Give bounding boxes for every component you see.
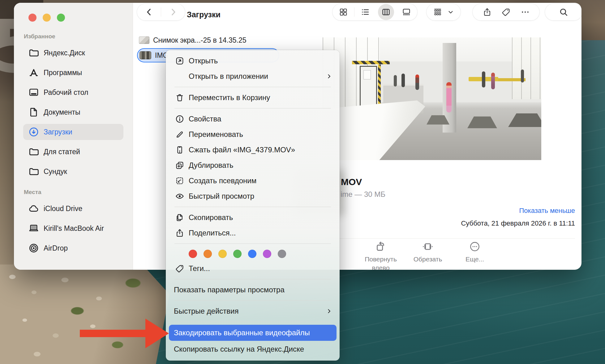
page-title: Загрузки (187, 10, 221, 19)
sidebar: ИзбранноеЯндекс.ДискПрограммыРабочий сто… (14, 3, 133, 270)
preview-file-date: Суббота, 21 февраля 2026 г. в 11:11 (461, 219, 575, 227)
window-controls (28, 14, 65, 22)
forward-button[interactable] (169, 7, 178, 17)
sidebar-item-1-2[interactable]: AirDrop (23, 240, 123, 256)
sidebar-item-1-0[interactable]: iCloud Drive (23, 201, 123, 217)
menu-item-23[interactable]: Скопировать ссылку на Яндекс.Диске (166, 341, 340, 357)
menu-separator (174, 207, 331, 207)
crop-icon (422, 241, 434, 252)
tag-color-dot[interactable] (278, 250, 286, 258)
menu-separator (174, 87, 331, 87)
preview-action-label: Повернуть влево (357, 255, 404, 270)
menu-item-3[interactable]: Переместить в Корзину (166, 90, 340, 105)
photo-detail (467, 116, 497, 128)
group-button[interactable] (427, 4, 461, 20)
menu-item-label: Закодировать выбранные видеофайлы (174, 328, 310, 337)
preview-action-1[interactable]: Обрезать (404, 241, 451, 270)
menu-item-6[interactable]: Переименовать (166, 127, 340, 142)
menu-item-18[interactable]: Показать параметры просмотра (166, 282, 340, 298)
menu-item-0[interactable]: Открыть (166, 53, 340, 69)
gallery-view-icon (402, 7, 411, 17)
sidebar-item-0-6[interactable]: Сундук (23, 163, 123, 180)
tag-color-dot[interactable] (248, 250, 256, 258)
sidebar-item-1-1[interactable]: Kirill's MacBook Air (23, 220, 123, 236)
minimize-button[interactable] (43, 14, 51, 22)
column-view-button[interactable] (378, 4, 394, 20)
menu-separator (174, 322, 331, 322)
menu-item-label: Дублировать (189, 161, 234, 170)
menu-separator (174, 300, 331, 301)
menu-item-label: Переместить в Корзину (189, 93, 270, 102)
preview-action-label: Обрезать (414, 255, 442, 264)
sidebar-item-0-5[interactable]: Для статей (23, 144, 123, 160)
duplicate-icon (175, 161, 184, 170)
search-button[interactable] (545, 4, 581, 20)
menu-item-20[interactable]: Быстрые действия (166, 303, 340, 319)
sidebar-item-0-2[interactable]: Рабочий стол (23, 84, 123, 100)
tag-color-dot[interactable] (233, 250, 242, 258)
sidebar-item-0-3[interactable]: Документы (23, 104, 123, 120)
photo-skater (482, 71, 485, 87)
sidebar-item-0-4[interactable]: Загрузки (23, 124, 123, 140)
tag-color-row (166, 247, 340, 261)
sidebar-section-header: Избранное (23, 32, 123, 40)
column-view-icon (381, 7, 391, 17)
menu-item-12[interactable]: Скопировать (166, 210, 340, 225)
tag-button[interactable] (501, 7, 511, 17)
list-view-icon (361, 7, 370, 17)
photo-detail (378, 65, 381, 110)
icon-view-button[interactable] (334, 4, 353, 20)
menu-item-9[interactable]: Создать псевдоним (166, 173, 340, 188)
photo-skater (415, 74, 419, 90)
folder-icon (28, 146, 39, 157)
menu-item-label: Переименовать (189, 130, 243, 139)
list-view-button[interactable] (356, 4, 375, 20)
sidebar-item-label: Загрузки (44, 128, 72, 136)
show-less-link[interactable]: Показать меньше (519, 207, 575, 215)
menu-item-16[interactable]: Теги... (166, 261, 340, 276)
preview-action-0[interactable]: Повернуть влево (357, 241, 404, 270)
view-divider (354, 7, 354, 17)
more-button[interactable] (521, 7, 530, 17)
back-button[interactable] (144, 7, 154, 17)
trash-icon (175, 93, 184, 102)
file-row-0[interactable]: Снимок экра...-25 в 14.35.25 (137, 33, 279, 47)
menu-item-label: Быстрые действия (174, 307, 239, 315)
tag-color-dot[interactable] (189, 250, 197, 258)
sidebar-item-0-0[interactable]: Яндекс.Диск (23, 45, 123, 61)
tag-color-dot[interactable] (218, 250, 227, 258)
gallery-view-button[interactable] (397, 4, 416, 20)
menu-item-8[interactable]: Дублировать (166, 158, 340, 173)
sidebar-item-label: Документы (44, 108, 80, 116)
video-thumb (139, 51, 151, 59)
tag-color-dot[interactable] (263, 250, 271, 258)
sidebar-item-0-1[interactable]: Программы (23, 65, 123, 81)
photo-skater (401, 74, 405, 87)
preview-action-2[interactable]: Еще... (451, 241, 498, 270)
sidebar-item-label: Сундук (44, 167, 67, 176)
nav-buttons (137, 4, 185, 20)
share-button[interactable] (483, 7, 492, 17)
menu-separator (174, 108, 331, 108)
menu-item-label: Открыть в приложении (189, 72, 268, 81)
menu-item-10[interactable]: Быстрый просмотр (166, 188, 340, 204)
preview-divider (325, 238, 575, 239)
menu-item-label: Показать параметры просмотра (174, 286, 285, 294)
photo-detail (512, 37, 541, 99)
preview-action-label: Еще... (466, 255, 484, 264)
sidebar-item-label: iCloud Drive (44, 205, 82, 213)
folder-icon (28, 166, 39, 177)
zoom-button[interactable] (57, 14, 65, 22)
tag-color-dot[interactable] (204, 250, 212, 258)
sidebar-list: ИзбранноеЯндекс.ДискПрограммыРабочий сто… (23, 32, 123, 256)
menu-item-1[interactable]: Открыть в приложении (166, 69, 340, 84)
close-button[interactable] (28, 14, 36, 22)
menu-item-label: Теги... (189, 264, 210, 273)
menu-item-5[interactable]: Свойства (166, 111, 340, 127)
menu-item-22[interactable]: Закодировать выбранные видеофайлы (169, 325, 337, 341)
group-icon (433, 7, 442, 17)
nav-divider (161, 7, 161, 17)
preview-file-meta: ime — 30 МБ (341, 190, 385, 199)
menu-item-13[interactable]: Поделиться... (166, 225, 340, 241)
menu-item-7[interactable]: Сжать файл «IMG_4379.MOV» (166, 142, 340, 158)
